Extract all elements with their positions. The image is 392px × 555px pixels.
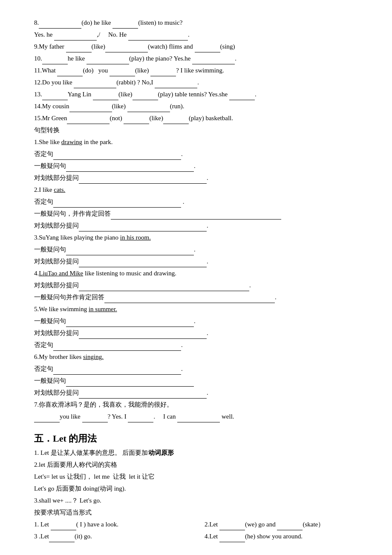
transform-3-original: 3.SuYang likes playing the piano in his …	[34, 232, 358, 243]
blank-t3-sp	[79, 260, 207, 267]
transform-6-negative: 否定句.	[34, 363, 358, 375]
blank-12-1	[74, 81, 116, 88]
exercise-14: 14.My cousin(like) (run).	[34, 101, 358, 112]
transform-2-special: 对划线部分提问.	[34, 220, 358, 231]
blank-14-1	[69, 104, 112, 112]
transform-1-special: 对划线部分提问.	[34, 172, 358, 184]
let-fill-title: 按要求填写适当形式	[34, 507, 358, 518]
blank-8-3	[54, 33, 97, 40]
transform-3-general: 一般疑问句.	[34, 244, 358, 255]
blank-9-1	[66, 45, 92, 52]
blank-8-2	[112, 21, 138, 29]
let-fill-4: 4.Let (he) show you around.	[205, 531, 358, 542]
section-transform-title: 句型转换	[34, 124, 358, 136]
let-fill-left: 1. Let ( I ) have a look. 3 .Let(it) go.	[34, 519, 187, 543]
blank-t2-gen	[111, 212, 281, 220]
exercise-13: 13.Yang Lin (like)(play) table tennis? Y…	[34, 89, 358, 100]
let-fill-right: 2.Let (we) go and (skate） 4.Let (he) sho…	[205, 519, 358, 543]
blank-t7-2	[82, 415, 108, 422]
blank-12-2	[155, 81, 197, 88]
blank-t6-sp	[79, 391, 207, 399]
transform-6-special: 对划线部分提问.	[34, 387, 358, 399]
blank-let3-1	[49, 535, 75, 542]
blank-t5-sp	[79, 331, 207, 339]
blank-8-4	[128, 33, 188, 40]
blank-10-3	[192, 57, 235, 64]
transform-5-original: 5.We like swimming in summer.	[34, 304, 358, 315]
blank-13-1	[42, 92, 68, 100]
blank-13-3	[133, 92, 158, 100]
blank-t5-neg	[53, 343, 181, 351]
transform-7-english: you like ? Yes. I . I can well.	[34, 411, 358, 422]
let-fill-exercises: 1. Let ( I ) have a look. 3 .Let(it) go.…	[34, 519, 358, 543]
exercise-11: 11.What (do) you (like) ? I like swimmin…	[34, 65, 358, 76]
blank-t1-neg	[53, 152, 181, 160]
blank-8-1	[39, 21, 81, 29]
blank-15-1	[67, 116, 110, 124]
underline-hisroom: in his room.	[120, 234, 151, 241]
underline-drawing: drawing	[61, 139, 82, 145]
blank-9-2	[105, 45, 148, 52]
underline-cats: cats.	[54, 186, 65, 193]
blank-9-3	[195, 45, 220, 52]
blank-t4-gen	[104, 295, 275, 303]
exercise-15: 15.Mr Green(not) (like)(play) basketball…	[34, 113, 358, 124]
transform-2-negative: 否定句 .	[34, 196, 358, 208]
blank-11-2	[110, 69, 135, 76]
blank-t4-sp	[79, 283, 249, 291]
transform-1-general: 一般疑问句.	[34, 160, 358, 172]
transform-4-general: 一般疑问句并作肯定回答.	[34, 292, 358, 303]
let-fill-1: 1. Let ( I ) have a look.	[34, 519, 187, 530]
let-fill-3: 3 .Let(it) go.	[34, 531, 187, 542]
transform-5-special: 对划线部分提问.	[34, 327, 358, 339]
blank-let4-1	[219, 535, 245, 542]
bold-text-1: 动词原形	[148, 449, 174, 456]
blank-let2-1	[219, 523, 245, 530]
blank-10-2	[86, 57, 129, 64]
worksheet-content: 8.(do) he like (listen) to music? Yes. h…	[34, 17, 358, 543]
blank-t6-gen	[66, 379, 194, 387]
blank-15-2	[124, 116, 149, 124]
exercise-12: 12.Do you like (rabbit) ? No,I .	[34, 77, 358, 88]
transform-5-negative: 否定句.	[34, 339, 358, 351]
blank-10-1	[42, 57, 68, 64]
blank-t7-4	[177, 415, 220, 422]
blank-t1-gen	[66, 164, 194, 172]
blank-t2-sp	[79, 224, 207, 231]
blank-t6-neg	[53, 367, 181, 375]
blank-t7-1	[34, 415, 60, 422]
blank-11-1	[57, 69, 83, 76]
exercise-9: 9.My father (like)(watch) flims and (sin…	[34, 41, 358, 52]
blank-t7-3	[128, 415, 153, 422]
underline-insummer: in summer.	[89, 306, 117, 312]
let-examples-2: Let's go 后面要加 doing(动词 ing).	[34, 483, 358, 494]
transform-6-general: 一般疑问句	[34, 375, 358, 387]
blank-let2-2	[277, 523, 303, 530]
let-fill-2: 2.Let (we) go and (skate）	[205, 519, 358, 530]
section-5-title: 五．Let 的用法	[34, 433, 97, 444]
transform-3-special: 对划线部分提问.	[34, 256, 358, 267]
blank-let1-1	[51, 523, 76, 530]
blank-15-3	[163, 116, 189, 124]
transform-5-general: 一般疑问句.	[34, 315, 358, 327]
underline-singing: singing.	[83, 353, 104, 360]
exercise-8: 8.(do) he like (listen) to music?	[34, 17, 358, 29]
blank-13-2	[93, 92, 118, 100]
blank-t5-gen	[66, 319, 194, 327]
let-rule-1: 1. Let 是让某人做某事的意思。 后面要加动词原形	[34, 447, 358, 459]
transform-4-special: 对划线部分提问.	[34, 280, 358, 291]
blank-13-4	[229, 92, 255, 100]
transform-7-chinese: 7.你喜欢滑冰吗？是的，我喜欢，我能滑的很好。	[34, 399, 358, 410]
blank-t3-gen	[66, 248, 194, 255]
exercise-10: 10.he like (play) the piano? Yes.he .	[34, 53, 358, 64]
transform-2-general: 一般疑问句，并作肯定回答	[34, 208, 358, 220]
transform-2-original: 2.I like cats.	[34, 184, 358, 196]
blank-t2-neg	[53, 200, 181, 208]
section-5-header: 五．Let 的用法	[34, 430, 358, 447]
transform-1-negative: 否定句.	[34, 148, 358, 160]
transform-4-original: 4.LiuTao and Mike like listening to musi…	[34, 268, 358, 279]
let-examples-1: Let's= let us 让我们， let me 让我 let it 让它	[34, 471, 358, 483]
transform-1-original: 1.She like drawing in the park.	[34, 136, 358, 148]
blank-14-2	[127, 104, 170, 112]
transform-6-original: 6.My brother likes singing.	[34, 351, 358, 363]
